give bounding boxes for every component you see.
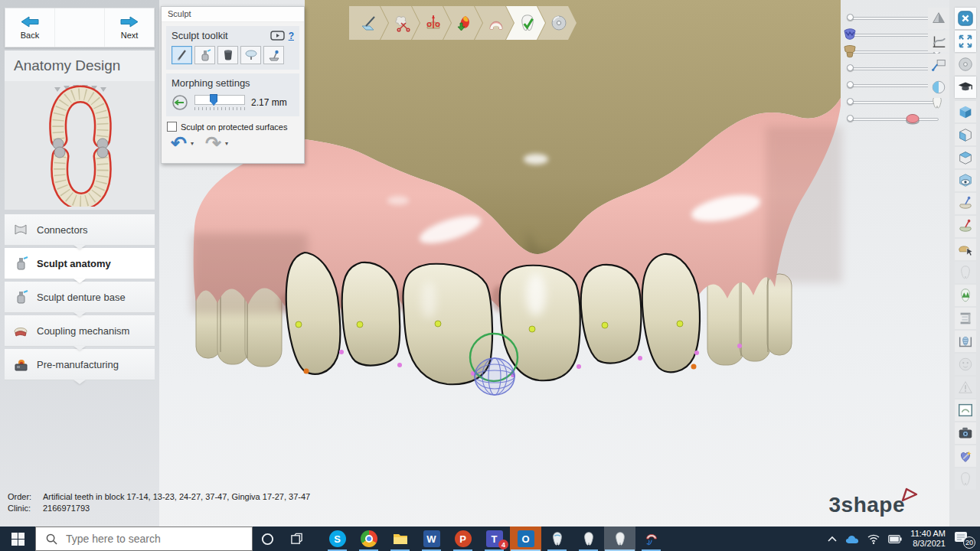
select-surface-button[interactable] bbox=[955, 239, 976, 260]
sculpt-dialog-title[interactable]: Sculpt bbox=[162, 7, 304, 22]
taskbar-app-dental-3[interactable] bbox=[604, 527, 635, 551]
gingiva-disc-layer-icon[interactable] bbox=[905, 111, 920, 126]
scan-layer-icon[interactable] bbox=[842, 27, 858, 42]
fullscreen-icon bbox=[957, 33, 974, 50]
arch-diagram bbox=[7, 84, 152, 207]
taskbar-app-chrome[interactable] bbox=[353, 527, 384, 551]
order-label: Order: bbox=[8, 491, 35, 503]
camera-icon bbox=[957, 425, 974, 442]
workflow-step-sketch[interactable] bbox=[349, 6, 388, 40]
redo-button[interactable]: ↷ bbox=[205, 135, 221, 152]
step-label: Sculpt anatomy bbox=[37, 258, 111, 269]
sidebar-item-connectors[interactable]: Connectors bbox=[5, 214, 155, 246]
search-input[interactable] bbox=[64, 532, 236, 546]
video-tutorial-icon[interactable] bbox=[270, 31, 285, 41]
face-disabled-icon bbox=[957, 356, 974, 373]
taskbar-app-teams[interactable]: T 4 bbox=[479, 527, 510, 551]
close-viewport-button[interactable] bbox=[955, 8, 976, 29]
view-cube-left-button[interactable] bbox=[955, 124, 976, 145]
protected-surfaces-checkbox[interactable] bbox=[167, 122, 177, 132]
slider-ticks bbox=[194, 107, 245, 110]
workflow-progress-bar bbox=[349, 6, 577, 40]
cortana-button[interactable] bbox=[253, 527, 282, 551]
view-cube-solid-button[interactable] bbox=[955, 101, 976, 122]
morph-tool-button[interactable] bbox=[263, 46, 284, 64]
favorite-wand-button[interactable] bbox=[955, 445, 976, 467]
add-pin-red-button[interactable] bbox=[955, 216, 976, 237]
system-tray: 11:40 AM 8/3/2021 20 bbox=[828, 527, 980, 551]
taskbar-search[interactable] bbox=[35, 527, 253, 551]
back-button[interactable]: Back bbox=[5, 8, 54, 47]
taskbar-app-dental-1[interactable] bbox=[541, 527, 573, 551]
cd-export-button[interactable] bbox=[955, 54, 976, 75]
redo-dropdown[interactable]: ▾ bbox=[225, 140, 228, 147]
snapshot-icon bbox=[957, 402, 974, 419]
dental-arch-overview[interactable] bbox=[5, 81, 155, 210]
articulator-button[interactable] bbox=[955, 308, 976, 329]
task-view-button[interactable] bbox=[282, 527, 311, 551]
measure-button[interactable] bbox=[955, 285, 976, 306]
wifi-icon[interactable] bbox=[867, 534, 880, 544]
windows-taskbar: S W P T 4 O bbox=[0, 527, 980, 551]
cross-section-icon bbox=[930, 33, 947, 50]
step-label: Pre-manufacturing bbox=[37, 359, 119, 370]
radius-slider[interactable] bbox=[194, 95, 245, 105]
next-button[interactable]: Next bbox=[105, 8, 154, 47]
knife-tool-button[interactable] bbox=[172, 46, 192, 64]
protected-surfaces-label: Sculpt on protected surfaces bbox=[181, 122, 287, 132]
sculpt-dialog: Sculpt Sculpt toolkit ? bbox=[161, 6, 305, 164]
undo-dropdown[interactable]: ▾ bbox=[191, 140, 194, 147]
brush-radius-icon[interactable] bbox=[172, 94, 188, 111]
jaw-layer-icon[interactable] bbox=[842, 44, 858, 59]
taskbar-app-denture[interactable] bbox=[635, 527, 667, 551]
taskbar-app-skype[interactable]: S bbox=[322, 527, 353, 551]
manufacture-icon bbox=[12, 356, 29, 373]
add-pin-button[interactable] bbox=[955, 193, 976, 214]
smooth-tool-button[interactable] bbox=[240, 46, 261, 64]
camera-button[interactable] bbox=[955, 422, 976, 444]
view-cube-top-button[interactable] bbox=[955, 147, 976, 168]
training-button[interactable] bbox=[955, 77, 976, 98]
taskbar-app-dental-2[interactable] bbox=[573, 527, 604, 551]
airbrush-icon bbox=[12, 289, 29, 305]
undercut-button[interactable] bbox=[955, 331, 976, 352]
onedrive-icon[interactable] bbox=[845, 534, 859, 544]
sidebar-item-coupling-mechanism[interactable]: Coupling mechanism bbox=[5, 315, 155, 347]
taskbar-app-explorer[interactable] bbox=[384, 527, 416, 551]
airbrush-tool-button[interactable] bbox=[194, 46, 215, 64]
sidebar-item-sculpt-anatomy[interactable]: Sculpt anatomy bbox=[5, 248, 155, 279]
page-title: Anatomy Design bbox=[5, 51, 155, 81]
dental-app-icon bbox=[612, 530, 629, 547]
start-button[interactable] bbox=[0, 527, 35, 551]
sculpt-toolkit-section: Sculpt toolkit ? bbox=[166, 26, 299, 70]
undo-button[interactable]: ↶ bbox=[171, 135, 187, 152]
sidebar-item-sculpt-denture-base[interactable]: Sculpt denture base bbox=[5, 282, 155, 313]
taskbar-app-outlook[interactable]: O bbox=[510, 527, 541, 551]
order-value: Artificial teeth in block 17-14, 13-23, … bbox=[43, 491, 310, 503]
clock[interactable]: 11:40 AM 8/3/2021 bbox=[910, 529, 946, 549]
wax-tool-button[interactable] bbox=[217, 46, 238, 64]
explorer-icon bbox=[392, 530, 409, 547]
cube-top-face-icon bbox=[957, 149, 974, 166]
annotation-button[interactable] bbox=[928, 54, 949, 75]
snapshot-frame-button[interactable] bbox=[955, 399, 976, 421]
radius-slider-handle[interactable] bbox=[210, 94, 217, 106]
sidebar-item-pre-manufacturing[interactable]: Pre-manufacturing bbox=[5, 349, 155, 380]
action-center-button[interactable]: 20 bbox=[954, 531, 972, 546]
fullscreen-button[interactable] bbox=[955, 31, 976, 52]
split-view-button[interactable] bbox=[928, 77, 949, 98]
taskbar-app-powerpoint[interactable]: P bbox=[447, 527, 479, 551]
taskbar-app-word[interactable]: W bbox=[416, 527, 447, 551]
view-pyramid-button[interactable] bbox=[928, 8, 949, 29]
cross-section-button[interactable] bbox=[928, 31, 949, 52]
layer-slider-gingiva[interactable] bbox=[842, 110, 945, 127]
view-cube-eye-button[interactable] bbox=[955, 170, 976, 191]
cube-left-face-icon bbox=[957, 126, 974, 143]
battery-icon[interactable] bbox=[888, 535, 902, 543]
help-link[interactable]: ? bbox=[289, 31, 294, 41]
close-icon bbox=[957, 10, 974, 27]
cortana-icon bbox=[261, 533, 274, 546]
airbrush-tool-icon bbox=[198, 48, 212, 62]
application-window: Back Next Anatomy Design bbox=[0, 0, 980, 551]
tray-expand-icon[interactable] bbox=[828, 536, 837, 542]
